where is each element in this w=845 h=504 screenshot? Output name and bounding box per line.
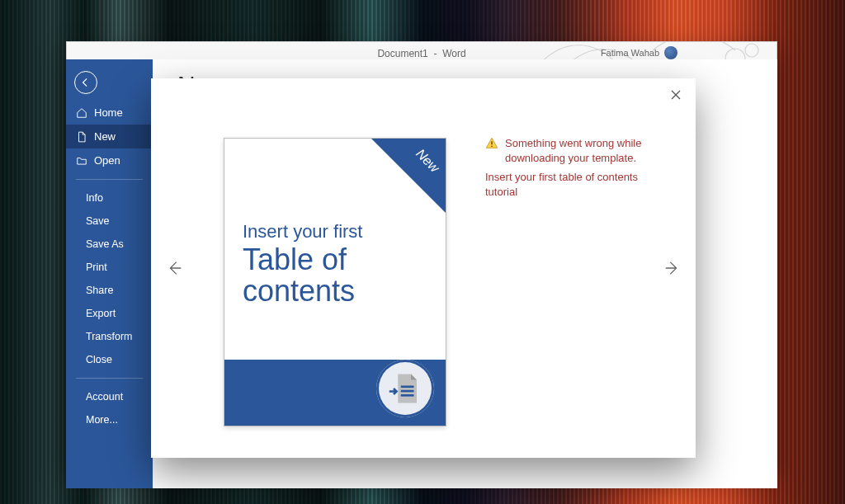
nav-label: More... [86, 414, 118, 426]
template-title: Insert your first Table of contents [243, 221, 429, 307]
avatar [664, 46, 677, 59]
nav-label: Save [86, 215, 110, 227]
account-area[interactable]: Fatima Wahab [601, 46, 677, 59]
arrow-left-icon [165, 259, 183, 277]
template-preview-dialog: New Insert your first Table of contents [151, 78, 696, 458]
nav-label: Account [86, 391, 123, 403]
nav-label: Home [94, 106, 123, 119]
nav-label: Print [86, 261, 107, 273]
prev-template-button[interactable] [161, 255, 187, 281]
nav-label: Save As [86, 238, 124, 250]
arrow-left-icon [80, 77, 92, 88]
title-line1: Insert your first [243, 221, 429, 243]
new-ribbon [371, 139, 446, 213]
svg-point-1 [745, 44, 758, 57]
error-text-secondary: Insert your first table of contents tuto… [485, 170, 663, 199]
nav-item-open[interactable]: Open [66, 148, 153, 172]
arrow-right-icon [663, 259, 682, 277]
next-template-button[interactable] [659, 255, 686, 281]
error-text-primary: Something went wrong while downloading y… [505, 136, 663, 165]
nav-item-print[interactable]: Print [66, 256, 153, 279]
nav-item-share[interactable]: Share [66, 279, 153, 302]
nav-item-transform[interactable]: Transform [66, 325, 153, 348]
title-line2: Table of contents [243, 244, 429, 307]
nav-item-more[interactable]: More... [66, 408, 153, 431]
document-icon [76, 131, 87, 143]
svg-rect-6 [491, 146, 492, 147]
nav-item-close[interactable]: Close [66, 348, 153, 371]
nav-label: Share [86, 285, 113, 296]
template-thumbnail: New Insert your first Table of contents [224, 138, 446, 426]
close-icon [671, 90, 681, 100]
account-name: Fatima Wahab [601, 48, 659, 58]
svg-rect-3 [401, 390, 414, 393]
nav-label: Close [86, 354, 112, 365]
thumbnail-footer [224, 360, 446, 426]
nav-item-account[interactable]: Account [66, 385, 153, 408]
warning-icon [485, 137, 498, 150]
window-title: Document1 - Word [377, 48, 465, 59]
nav-item-home[interactable]: Home [66, 101, 153, 125]
nav-item-info[interactable]: Info [66, 186, 153, 210]
nav-label: Export [86, 308, 116, 319]
toc-document-icon [376, 360, 434, 417]
svg-rect-4 [401, 394, 414, 397]
separator [76, 179, 143, 180]
nav-label: New [94, 130, 116, 143]
nav-item-saveas[interactable]: Save As [66, 233, 153, 256]
back-button[interactable] [74, 71, 97, 94]
nav-item-save[interactable]: Save [66, 210, 153, 233]
svg-rect-2 [401, 386, 414, 389]
close-button[interactable] [668, 87, 684, 103]
folder-icon [76, 155, 87, 167]
nav-label: Transform [86, 331, 133, 342]
home-icon [76, 107, 87, 119]
error-message: Something went wrong while downloading y… [485, 136, 663, 199]
svg-rect-5 [491, 141, 492, 144]
nav-item-export[interactable]: Export [66, 302, 153, 325]
nav-item-new[interactable]: New [66, 125, 153, 148]
nav-label: Info [86, 192, 103, 204]
separator [76, 378, 143, 379]
backstage-nav: Home New Open Info Save Save As Print Sh… [66, 59, 153, 488]
nav-label: Open [94, 154, 120, 167]
